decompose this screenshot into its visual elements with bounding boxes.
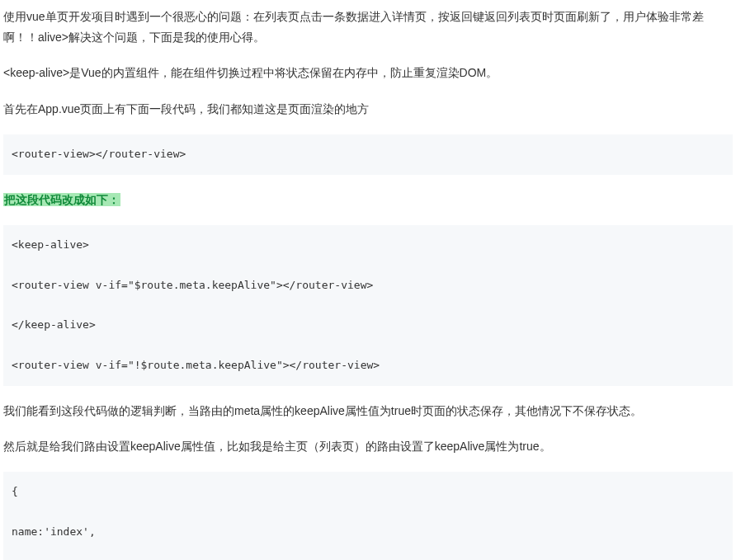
- code-block-keepalive: <keep-alive> <router-view v-if="$route.m…: [3, 225, 733, 386]
- paragraph-keepalive-desc: <keep-alive>是Vue的内置组件，能在组件切换过程中将状态保留在内存中…: [3, 63, 733, 83]
- paragraph-intro: 使用vue单页开发项目时遇到一个很恶心的问题：在列表页点击一条数据进入详情页，按…: [3, 7, 733, 48]
- code-line: {: [12, 483, 724, 501]
- code-line: <router-view v-if="$route.meta.keepAlive…: [12, 277, 724, 294]
- paragraph-route-config-desc: 然后就是给我们路由设置keepAlive属性值，比如我是给主页（列表页）的路由设…: [3, 436, 733, 457]
- code-spacer: [12, 334, 724, 357]
- paragraph-logic-desc: 我们能看到这段代码做的逻辑判断，当路由的meta属性的keepAlive属性值为…: [3, 401, 733, 421]
- code-spacer: [12, 501, 724, 524]
- highlight-section: 把这段代码改成如下：: [3, 190, 733, 210]
- code-spacer: [12, 294, 724, 317]
- code-spacer: [12, 541, 724, 560]
- highlight-change-code: 把这段代码改成如下：: [3, 193, 120, 206]
- code-line: <router-view></router-view>: [12, 146, 724, 163]
- code-line: name:'index',: [12, 524, 724, 541]
- code-spacer: [12, 254, 724, 277]
- code-block-router-view: <router-view></router-view>: [3, 134, 733, 175]
- code-line: </keep-alive>: [12, 317, 724, 334]
- code-line: <router-view v-if="!$route.meta.keepAliv…: [12, 357, 724, 374]
- code-line: <keep-alive>: [12, 237, 724, 254]
- paragraph-appvue-desc: 首先在App.vue页面上有下面一段代码，我们都知道这是页面渲染的地方: [3, 99, 733, 120]
- code-block-route-config: { name:'index', path:'/index', title:'主页…: [3, 472, 733, 560]
